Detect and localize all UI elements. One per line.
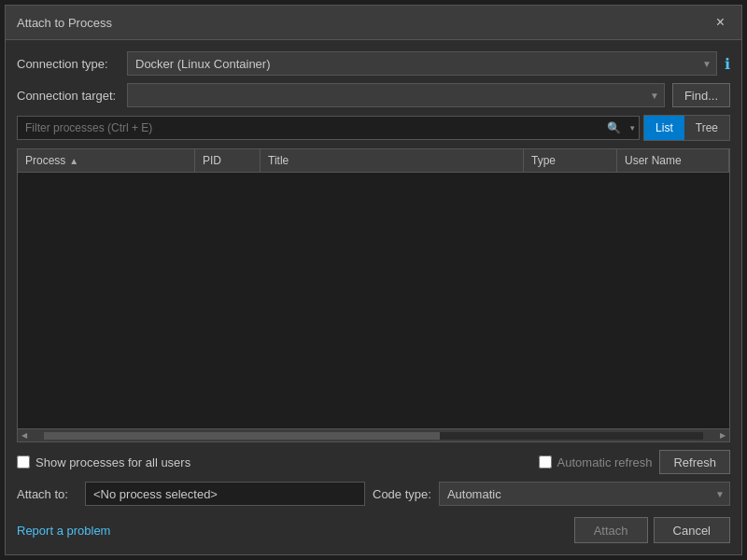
type-column-label: Type	[531, 154, 556, 167]
column-header-process[interactable]: Process ▲	[18, 149, 195, 172]
filter-input-wrapper: 🔍 ▼	[17, 116, 640, 140]
auto-refresh-text: Automatic refresh	[557, 455, 653, 469]
attach-to-process-dialog: Attach to Process × Connection type: Doc…	[5, 5, 742, 555]
column-header-title[interactable]: Title	[261, 149, 524, 172]
sort-ascending-icon: ▲	[69, 156, 78, 166]
refresh-button[interactable]: Refresh	[659, 450, 730, 474]
horizontal-scrollbar[interactable]: ◀ ▶	[18, 428, 729, 441]
connection-target-select[interactable]	[127, 83, 665, 107]
process-column-label: Process	[25, 154, 65, 167]
code-type-combo-wrapper: AutomaticManaged (.NET)NativeScript ▼	[439, 482, 730, 506]
filter-row: 🔍 ▼ List Tree	[17, 115, 730, 141]
attach-to-value	[85, 482, 365, 506]
process-table-container: Process ▲ PID Title Type User Name	[17, 148, 730, 442]
title-column-label: Title	[268, 154, 289, 167]
column-header-username[interactable]: User Name	[617, 149, 729, 172]
show-all-users-checkbox[interactable]	[17, 455, 30, 469]
show-all-users-text: Show processes for all users	[35, 455, 190, 469]
bottom-buttons: Report a problem Attach Cancel	[17, 513, 730, 543]
scroll-left-icon[interactable]: ◀	[18, 429, 31, 442]
scrollbar-thumb[interactable]	[44, 432, 440, 440]
connection-target-combo-wrapper: ▼	[127, 83, 665, 107]
connection-type-row: Connection type: Docker (Linux Container…	[17, 51, 730, 76]
tree-view-button[interactable]: Tree	[684, 116, 729, 140]
username-column-label: User Name	[625, 154, 682, 167]
connection-target-row: Connection target: ▼ Find...	[17, 83, 730, 107]
info-icon[interactable]: ℹ	[725, 55, 730, 73]
pid-column-label: PID	[203, 154, 221, 167]
list-view-button[interactable]: List	[644, 116, 684, 140]
attach-to-label: Attach to:	[17, 487, 78, 501]
table-header: Process ▲ PID Title Type User Name	[18, 149, 729, 173]
column-header-pid[interactable]: PID	[195, 149, 261, 172]
filter-input[interactable]	[17, 116, 640, 140]
scrollbar-track	[44, 432, 703, 440]
auto-refresh-label[interactable]: Automatic refresh	[539, 455, 653, 469]
table-body	[18, 173, 729, 428]
view-toggle: List Tree	[643, 115, 730, 141]
action-buttons: Attach Cancel	[574, 517, 730, 543]
cancel-button[interactable]: Cancel	[654, 517, 730, 543]
options-row: Show processes for all users Automatic r…	[17, 450, 730, 474]
bottom-section: Show processes for all users Automatic r…	[17, 450, 730, 543]
dialog-title: Attach to Process	[17, 16, 112, 30]
connection-type-label: Connection type:	[17, 57, 120, 71]
code-type-select[interactable]: AutomaticManaged (.NET)NativeScript	[439, 482, 730, 506]
column-header-type[interactable]: Type	[524, 149, 617, 172]
close-button[interactable]: ×	[711, 13, 730, 32]
connection-type-combo-wrapper: Docker (Linux Container)DefaultRemote (S…	[127, 51, 717, 76]
connection-target-label: Connection target:	[17, 89, 120, 103]
report-problem-link[interactable]: Report a problem	[17, 524, 110, 538]
attach-to-row: Attach to: Code type: AutomaticManaged (…	[17, 482, 730, 506]
code-type-label: Code type:	[373, 487, 431, 501]
filter-dropdown-icon[interactable]: ▼	[628, 124, 636, 133]
scroll-right-icon[interactable]: ▶	[716, 429, 729, 442]
auto-refresh-wrapper: Automatic refresh Refresh	[539, 450, 730, 474]
auto-refresh-checkbox[interactable]	[539, 455, 552, 469]
show-all-users-label[interactable]: Show processes for all users	[17, 455, 190, 469]
title-bar: Attach to Process ×	[6, 6, 741, 40]
attach-button[interactable]: Attach	[574, 517, 648, 543]
find-button[interactable]: Find...	[672, 83, 730, 107]
dialog-content: Connection type: Docker (Linux Container…	[6, 40, 741, 554]
connection-type-select[interactable]: Docker (Linux Container)DefaultRemote (S…	[127, 51, 717, 76]
